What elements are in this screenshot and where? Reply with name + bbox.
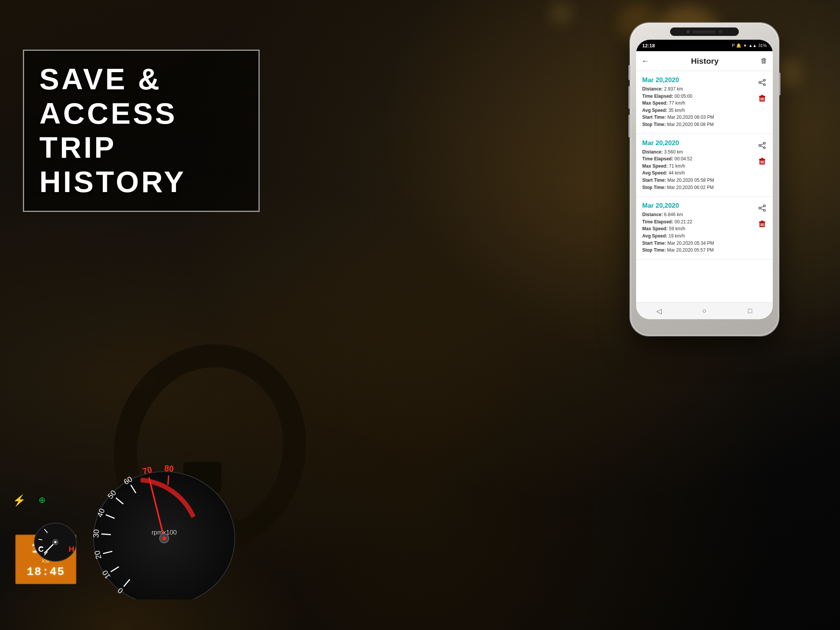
share-icon-2 [758, 142, 766, 149]
nav-home-button[interactable]: ○ [698, 304, 711, 318]
svg-point-46 [759, 144, 761, 146]
phone-screen: 12:18 P 🔔 ▼ ▲▲ 31% ← History 🗑 [636, 40, 773, 319]
trip-content-2: Mar 20,2020 Distance: 3.560 km Time Elap… [642, 139, 754, 191]
promo-title-line1: SAVE & ACCESS [39, 62, 243, 131]
rpm-gauge-svg: 0 10 20 30 40 50 60 70 80 rpmx100 [84, 454, 244, 599]
delete-button-3[interactable] [758, 220, 766, 228]
trip-list: Mar 20,2020 Distance: 2.937 km Time Elap… [636, 71, 773, 302]
trip-date-3: Mar 20,2020 [642, 202, 754, 210]
trash-icon-2 [759, 157, 765, 165]
app-header: ← History 🗑 [636, 51, 773, 71]
rpm-gauge: 0 10 20 30 40 50 60 70 80 rpmx100 [84, 454, 244, 599]
share-icon-3 [758, 205, 766, 212]
phone-notch [670, 27, 739, 36]
earpiece [693, 31, 716, 33]
svg-line-58 [761, 206, 764, 208]
back-button[interactable]: ← [641, 57, 649, 65]
temp-gauge: C H [31, 508, 80, 569]
svg-line-47 [761, 144, 764, 145]
svg-text:30: 30 [92, 529, 100, 538]
promo-box: SAVE & ACCESS TRIP HISTORY [23, 50, 260, 212]
svg-line-37 [761, 83, 764, 84]
trip-date-1: Mar 20,2020 [642, 76, 754, 84]
signal-icon: ▲▲ [748, 43, 757, 48]
phone-mockup: 12:18 P 🔔 ▼ ▲▲ 31% ← History 🗑 [630, 23, 779, 336]
trip-content-1: Mar 20,2020 Distance: 2.937 km Time Elap… [642, 76, 754, 128]
nav-back-button[interactable]: ◁ [652, 304, 666, 318]
temp-gauge-svg: C H [31, 508, 80, 569]
trip-actions-3 [758, 202, 767, 254]
trip-actions-1 [758, 76, 767, 128]
svg-line-48 [761, 146, 764, 147]
svg-text:H: H [69, 545, 74, 553]
share-button-3[interactable] [758, 204, 767, 213]
trip-item-3[interactable]: Mar 20,2020 Distance: 6.846 km Time Elap… [636, 197, 773, 260]
trip-actions-2 [758, 139, 767, 191]
header-title: History [653, 57, 757, 66]
status-icons: P 🔔 ▼ ▲▲ 31% [732, 43, 767, 48]
warn-light-green: ⚡ [11, 493, 27, 508]
sensor [719, 30, 722, 34]
trash-icon-3 [759, 220, 765, 228]
share-button-2[interactable] [758, 141, 767, 150]
bokeh-light-5 [550, 2, 573, 25]
svg-text:C: C [38, 545, 44, 553]
delete-all-button[interactable]: 🗑 [761, 57, 767, 65]
power-button[interactable] [779, 73, 780, 95]
status-bar: 12:18 P 🔔 ▼ ▲▲ 31% [636, 40, 773, 51]
trip-content-3: Mar 20,2020 Distance: 6.846 km Time Elap… [642, 202, 754, 254]
wifi-icon: ▼ [743, 44, 747, 48]
svg-rect-40 [759, 96, 765, 97]
trip-detail-1: Distance: 2.937 km Time Elapsed: 00:05:0… [642, 86, 754, 128]
nav-recent-button[interactable]: □ [743, 304, 757, 318]
delete-button-2[interactable] [758, 157, 766, 165]
trip-detail-2: Distance: 3.560 km Time Elapsed: 00:04:5… [642, 149, 754, 191]
volume-up-button[interactable] [628, 65, 630, 80]
warn-light-symbol: ⊕ [34, 493, 50, 508]
phone-frame: 12:18 P 🔔 ▼ ▲▲ 31% ← History 🗑 [630, 23, 779, 336]
battery-value: 31% [758, 43, 767, 48]
nav-bar: ◁ ○ □ [636, 302, 773, 319]
svg-text:80: 80 [164, 464, 174, 474]
status-time: 12:18 [642, 43, 655, 48]
volume-down-button[interactable] [628, 86, 630, 109]
front-camera [687, 30, 690, 33]
delete-button-1[interactable] [758, 94, 766, 102]
svg-line-36 [761, 81, 764, 82]
warning-lights: ⚡ ⊕ [11, 493, 50, 508]
trip-item-1[interactable]: Mar 20,2020 Distance: 2.937 km Time Elap… [636, 71, 773, 134]
svg-point-57 [759, 207, 761, 209]
svg-line-17 [168, 475, 169, 485]
camera-button[interactable] [628, 115, 630, 137]
svg-point-32 [54, 541, 57, 543]
trip-item-2[interactable]: Mar 20,2020 Distance: 3.560 km Time Elap… [636, 134, 773, 197]
svg-point-35 [759, 82, 761, 84]
pin-icon: P [732, 43, 735, 48]
share-button-1[interactable] [758, 78, 767, 87]
svg-line-7 [101, 534, 111, 535]
svg-point-22 [162, 536, 166, 540]
trip-date-2: Mar 20,2020 [642, 139, 754, 147]
svg-line-59 [761, 208, 764, 210]
share-icon-1 [758, 79, 766, 86]
notification-icon: 🔔 [736, 43, 741, 48]
trash-icon-1 [759, 94, 765, 102]
trip-detail-3: Distance: 6.846 km Time Elapsed: 00:21:2… [642, 211, 754, 254]
svg-rect-62 [759, 221, 765, 223]
promo-title-line2: TRIP HISTORY [39, 131, 243, 199]
svg-rect-51 [759, 159, 765, 160]
